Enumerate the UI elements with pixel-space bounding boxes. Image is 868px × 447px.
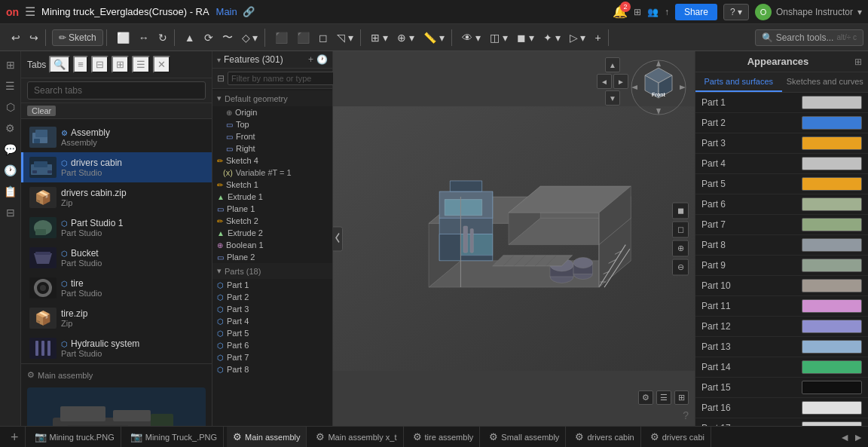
status-tab-mining-png[interactable]: 📷 Mining truck.PNG [29,427,121,447]
tree-item-front[interactable]: ▭ Front [212,130,332,142]
color-swatch-12[interactable] [802,320,862,333]
default-geometry-section[interactable]: ▾ Default geometry [212,90,332,106]
sort-tabs-button[interactable]: ≡ [73,56,88,73]
help-button[interactable]: ? ▾ [723,4,749,20]
view-left-button[interactable]: ◄ [597,74,612,89]
view-button[interactable]: 👁 ▾ [458,29,484,46]
more-button[interactable]: + [591,29,604,46]
part-row-15[interactable]: Part 15 [695,378,868,398]
move-button[interactable]: ↔ [135,29,153,46]
part-row-4[interactable]: Part 4 [695,154,868,174]
tree-item-part6[interactable]: ⬡ Part 6 [212,339,332,351]
color-swatch-9[interactable] [802,259,862,272]
collapse-panel-button[interactable] [333,226,343,251]
render-button[interactable]: ✦ ▾ [539,29,564,46]
part-row-17[interactable]: Part 17 [695,418,868,426]
filter-tabs-button[interactable]: ⊟ [91,56,108,73]
color-swatch-15[interactable] [802,381,862,394]
viewcube[interactable]: Front [628,57,689,118]
view-down-button[interactable]: ▼ [605,90,620,106]
search-tabs-button[interactable]: 🔍 [49,56,70,73]
feature-list-icon[interactable]: ☰ [2,77,20,95]
view-list-button[interactable]: ☰ [132,56,150,73]
status-tab-drivers-cabi[interactable]: ⚙ drivers cabi [644,427,711,447]
tree-item-part4[interactable]: ⬡ Part 4 [212,315,332,327]
part-row-1[interactable]: Part 1 [695,93,868,113]
rotate-button[interactable]: ↻ [154,29,171,46]
tab-item-hydraulic[interactable]: ⬡ Hydraulic system Part Studio [21,333,212,363]
pattern-button[interactable]: ⊞ ▾ [367,29,392,46]
draft-button[interactable]: ◹ ▾ [333,29,357,46]
search-tabs-input[interactable] [27,81,206,100]
tab-item-drivers-cabin-zip[interactable]: 📦 drivers cabin.zip Zip [21,182,212,213]
part-row-16[interactable]: Part 16 [695,398,868,418]
shell-button[interactable]: ◻ [315,29,332,46]
part-row-8[interactable]: Part 8 [695,235,868,256]
section-plane-button[interactable]: ⊖ [672,259,689,275]
status-tab-drivers-cabin[interactable]: ⚙ drivers cabin [569,427,640,447]
main-assembly-preview[interactable] [21,383,212,426]
tree-item-plane2[interactable]: ▭ Plane 2 [212,251,332,263]
redo-button[interactable]: ↪ [26,29,42,46]
grid-icon[interactable]: ⊞ [634,7,641,17]
part-row-12[interactable]: Part 12 [695,317,868,337]
app-tab-parts[interactable]: Parts and surfaces [695,72,782,92]
tree-item-sketch4[interactable]: ✏ Sketch 4 [212,155,332,167]
tab-item-assembly[interactable]: ⚙ Assembly Assembly [21,122,212,152]
status-tab-mining-truck-png[interactable]: 📷 Mining Truck_.PNG [124,427,224,447]
tree-item-top[interactable]: ▭ Top [212,118,332,130]
appearances-expand-icon[interactable]: ⊞ [854,57,862,67]
color-swatch-10[interactable] [802,279,862,292]
material-button[interactable]: ◻ [672,221,689,237]
viewport[interactable]: Front ▲ ◄ ► ▼ ⚙ ☰ ⊞ ◼ ◻ ⊕ ⊖ ? [333,51,695,426]
color-swatch-7[interactable] [802,218,862,231]
share-button[interactable]: Share [675,4,717,20]
color-swatch-11[interactable] [802,299,862,313]
viewport-layout-button[interactable]: ⊞ [674,390,689,405]
tree-item-sketch2[interactable]: ✏ Sketch 2 [212,215,332,227]
tab-item-tire[interactable]: ⬡ tire Part Studio [21,273,212,303]
add-feature-icon[interactable]: + [308,54,313,65]
view-right-button[interactable]: ► [613,74,628,89]
color-swatch-17[interactable] [802,421,862,426]
part-row-14[interactable]: Part 14 [695,357,868,378]
section-button[interactable]: ◫ ▾ [486,29,512,46]
tree-item-variable[interactable]: (x) Variable #T = 1 [212,167,332,179]
color-swatch-1[interactable] [802,96,862,109]
parts-section[interactable]: ▾ Parts (18) [212,263,332,279]
sketch-button[interactable]: ✏ Sketch [52,29,103,46]
revolve-button[interactable]: ⟳ [200,29,217,46]
tree-item-part8[interactable]: ⬡ Part 8 [212,363,332,375]
color-swatch-8[interactable] [802,238,862,252]
measure-viewport-button[interactable]: ⊕ [672,240,689,256]
color-swatch-4[interactable] [802,157,862,170]
features-expand-icon[interactable]: ▾ [217,56,221,64]
relations-icon[interactable]: ⊟ [2,204,20,222]
tree-item-boolean1[interactable]: ⊕ Boolean 1 [212,239,332,251]
tree-item-right[interactable]: ▭ Right [212,142,332,155]
undo-button[interactable]: ↩ [8,29,24,46]
help-icon-viewport[interactable]: ? [683,409,689,421]
tab-item-bucket[interactable]: ⬡ Bucket Part Studio [21,243,212,273]
sweep-button[interactable]: 〜 [219,29,237,47]
color-swatch-16[interactable] [802,401,862,415]
view-grid-button[interactable]: ⊞ [112,56,129,73]
color-swatch-6[interactable] [802,197,862,211]
loft-button[interactable]: ◇ ▾ [238,29,262,46]
color-swatch-13[interactable] [802,340,862,354]
simulation-button[interactable]: ▷ ▾ [566,29,590,46]
scroll-right-button[interactable]: ► [853,431,863,443]
tab-item-part-studio-1[interactable]: ⬡ Part Studio 1 Part Studio [21,213,212,243]
notification-bell[interactable]: 🔔 2 [613,5,628,19]
nav-icon[interactable]: ⊞ [2,56,20,74]
tree-item-part1[interactable]: ⬡ Part 1 [212,279,332,291]
part-row-13[interactable]: Part 13 [695,337,868,357]
tree-item-sketch1[interactable]: ✏ Sketch 1 [212,179,332,191]
search-tools[interactable]: 🔍 Search tools... alt/÷ c [755,29,863,46]
tree-item-origin[interactable]: ⊕ Origin [212,106,332,118]
view-up-button[interactable]: ▲ [605,57,620,72]
tree-item-extrude1[interactable]: ▲ Extrude 1 [212,191,332,203]
status-tab-main-assembly[interactable]: ⚙ Main assembly [227,427,307,447]
part-row-6[interactable]: Part 6 [695,194,868,215]
color-swatch-5[interactable] [802,177,862,191]
